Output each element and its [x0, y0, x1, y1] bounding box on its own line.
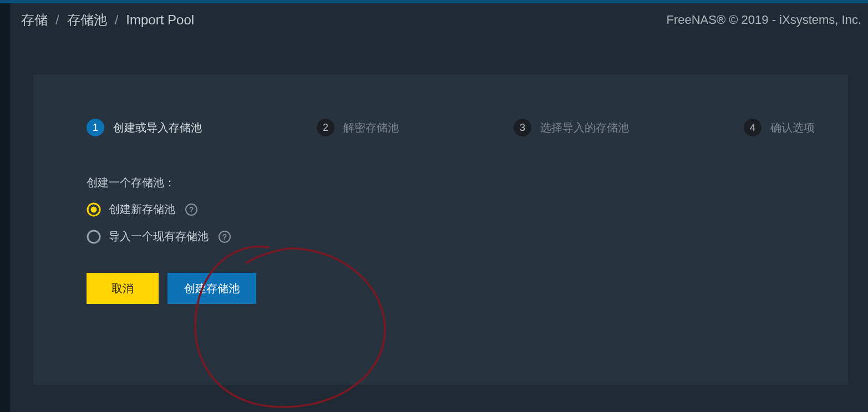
breadcrumb-separator: / — [115, 12, 119, 28]
radio-import-existing-pool[interactable]: 导入一个现有存储池 ? — [87, 229, 231, 244]
step-chip-2: 2 — [317, 119, 334, 136]
create-pool-button[interactable]: 创建存储池 — [167, 273, 256, 304]
section-title: 创建一个存储池： — [87, 175, 175, 190]
breadcrumb: 存储 / 存储池 / Import Pool — [21, 11, 194, 29]
radio-label-create: 创建新存储池 — [109, 202, 175, 217]
step-decrypt-pool[interactable]: 2 解密存储池 — [317, 119, 399, 136]
cancel-button[interactable]: 取消 — [87, 273, 159, 304]
step-chip-4: 4 — [744, 119, 762, 136]
wizard-stepper: 1 创建或导入存储池 2 解密存储池 3 选择导入的存储池 4 确认选项 — [87, 116, 815, 139]
radio-icon-unselected — [87, 230, 101, 244]
breadcrumb-storage[interactable]: 存储 — [21, 11, 48, 29]
wizard-actions: 取消 创建存储池 — [87, 273, 256, 304]
step-label-2: 解密存储池 — [343, 120, 399, 135]
step-chip-3: 3 — [514, 119, 531, 136]
svg-point-2 — [88, 231, 100, 243]
wizard-card: 1 创建或导入存储池 2 解密存储池 3 选择导入的存储池 4 确认选项 创建一… — [33, 74, 848, 385]
step-create-or-import[interactable]: 1 创建或导入存储池 — [87, 119, 202, 136]
step-label-4: 确认选项 — [770, 120, 815, 135]
hand-drawn-annotation — [163, 241, 396, 412]
step-select-pool[interactable]: 3 选择导入的存储池 — [514, 119, 629, 136]
radio-label-import: 导入一个现有存储池 — [109, 229, 209, 244]
radio-create-new-pool[interactable]: 创建新存储池 ? — [87, 202, 231, 217]
breadcrumb-separator: / — [55, 12, 59, 28]
left-rail — [0, 3, 10, 412]
step-confirm-options[interactable]: 4 确认选项 — [744, 119, 815, 136]
step-label-3: 选择导入的存储池 — [540, 120, 629, 135]
step-label-1: 创建或导入存储池 — [113, 120, 202, 135]
page-header: 存储 / 存储池 / Import Pool FreeNAS® © 2019 -… — [10, 3, 868, 37]
step-chip-1: 1 — [87, 119, 104, 136]
breadcrumb-current: Import Pool — [126, 12, 194, 28]
help-icon[interactable]: ? — [185, 204, 197, 216]
help-icon[interactable]: ? — [219, 231, 231, 243]
breadcrumb-pools[interactable]: 存储池 — [67, 11, 107, 29]
svg-point-1 — [91, 206, 97, 212]
radio-group-create-pool: 创建新存储池 ? 导入一个现有存储池 ? — [87, 202, 231, 244]
radio-icon-selected — [87, 202, 101, 217]
copyright-text: FreeNAS® © 2019 - iXsystems, Inc. — [666, 13, 861, 27]
